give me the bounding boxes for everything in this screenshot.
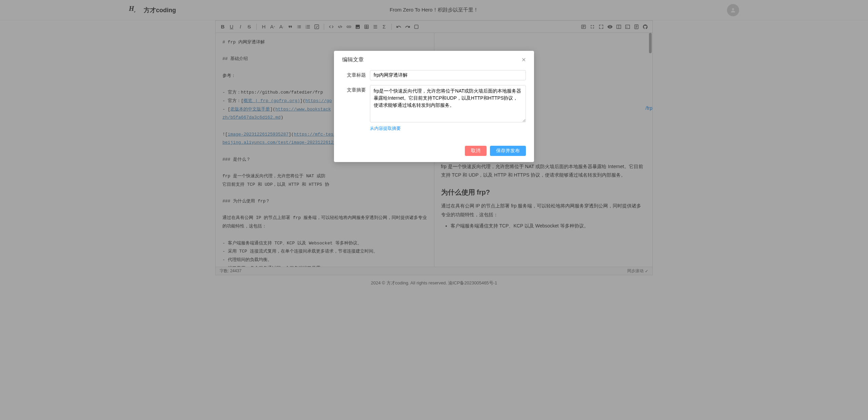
save-publish-button[interactable]: 保存并发布 (490, 146, 526, 156)
edit-article-modal: 编辑文章 ✕ 文章标题 文章摘要 从内容提取摘要 取消 (334, 51, 534, 162)
modal-body: 文章标题 文章摘要 从内容提取摘要 (334, 67, 534, 142)
close-icon[interactable]: ✕ (521, 57, 526, 63)
modal-footer: 取消 保存并发布 (334, 142, 534, 162)
extract-summary-link[interactable]: 从内容提取摘要 (370, 126, 401, 131)
form-row-summary: 文章摘要 从内容提取摘要 (342, 85, 526, 132)
form-row-title: 文章标题 (342, 70, 526, 80)
article-summary-input[interactable] (370, 85, 526, 122)
label-article-summary: 文章摘要 (342, 85, 366, 93)
modal-header: 编辑文章 ✕ (334, 51, 534, 67)
modal-overlay[interactable]: 编辑文章 ✕ 文章标题 文章摘要 从内容提取摘要 取消 (0, 0, 868, 291)
label-article-title: 文章标题 (342, 70, 366, 78)
modal-title: 编辑文章 (342, 56, 364, 63)
article-title-input[interactable] (370, 70, 526, 80)
cancel-button[interactable]: 取消 (465, 146, 487, 156)
